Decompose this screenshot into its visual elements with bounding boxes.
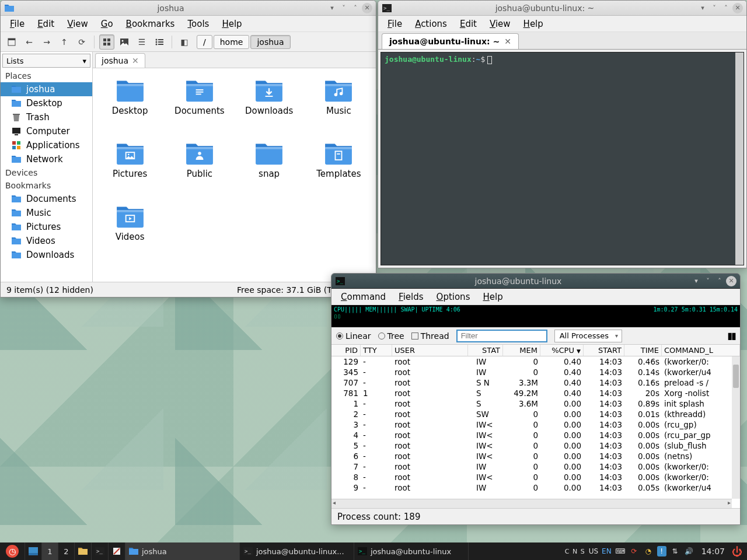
folder-downloads[interactable]: Downloads — [237, 75, 302, 134]
table-row[interactable]: 7811rootS49.2M0.4014:0320sXorg -nolist — [331, 388, 740, 398]
folder-documents[interactable]: Documents — [167, 75, 232, 134]
process-table[interactable]: PID TTY USER STAT MEM %CPU ▼ START TIME … — [331, 345, 740, 508]
menu-actions[interactable]: Actions — [409, 17, 453, 31]
menu-options[interactable]: Options — [431, 290, 476, 304]
compact-view-button[interactable]: ☰ — [134, 34, 149, 50]
menu-edit[interactable]: Edit — [454, 17, 483, 31]
language-indicator[interactable]: EN — [602, 546, 612, 556]
forward-button[interactable]: → — [39, 34, 54, 50]
filter-input[interactable] — [456, 330, 547, 342]
proc-hscrollbar[interactable] — [331, 499, 732, 508]
minimize-button[interactable]: ▾ — [691, 276, 701, 286]
power-icon[interactable]: ⏻ — [732, 546, 742, 556]
table-row[interactable]: 5-rootIW<00.0014:030.00s(slub_flush — [331, 440, 740, 451]
keyboard-layout[interactable]: US — [589, 546, 598, 556]
col-tty[interactable]: TTY — [361, 345, 392, 356]
table-row[interactable]: 4-rootIW<00.0014:030.00s(rcu_par_gp — [331, 430, 740, 440]
folder-pictures[interactable]: Pictures — [97, 138, 162, 197]
show-desktop-button[interactable] — [25, 542, 42, 560]
new-tab-button[interactable] — [4, 34, 19, 50]
clock[interactable]: 14:07 — [698, 547, 728, 556]
close-button[interactable]: ✕ — [362, 3, 372, 13]
lock-indicators[interactable]: C N S — [565, 546, 585, 556]
sidebar-item-desktop[interactable]: Desktop — [1, 96, 92, 110]
tab-close-icon[interactable]: ✕ — [504, 37, 511, 46]
fm-titlebar[interactable]: joshua ▾ ˅ ˄ ✕ — [1, 1, 376, 16]
scope-combo[interactable]: All Processes — [554, 330, 622, 342]
keyboard-icon[interactable]: ⌨ — [615, 546, 626, 556]
terminal-body[interactable]: joshua@ubuntu-linux:~$ — [381, 52, 744, 265]
proc-titlebar[interactable]: >_ joshua@ubuntu-linux ▾ ˅ ˄ ✕ — [331, 274, 740, 289]
col-user[interactable]: USER — [392, 345, 468, 356]
tab-close-icon[interactable]: ✕ — [132, 56, 139, 65]
terminal-scrollbar[interactable] — [735, 52, 743, 265]
up-button[interactable]: ↑ — [57, 34, 72, 50]
col-start[interactable]: START — [584, 345, 624, 356]
table-row[interactable]: 129-rootIW00.4014:030.46s(kworker/0: — [331, 356, 740, 367]
sidebar-item-trash[interactable]: Trash — [1, 110, 92, 124]
path-edit-button[interactable]: ◧ — [177, 34, 192, 50]
folder-snap[interactable]: snap — [237, 138, 302, 197]
thumbnail-view-button[interactable] — [117, 34, 132, 50]
table-row[interactable]: 7-rootIW00.0014:030.00s(kworker/0: — [331, 461, 740, 472]
table-header[interactable]: PID TTY USER STAT MEM %CPU ▼ START TIME … — [331, 345, 740, 356]
table-row[interactable]: 345-rootIW00.4014:030.14s(kworker/u4 — [331, 367, 740, 377]
workspace-2[interactable]: 2 — [58, 542, 75, 560]
list-view-button[interactable] — [152, 34, 167, 50]
sidebar-bookmark-downloads[interactable]: Downloads — [1, 248, 92, 262]
menu-help[interactable]: Help — [518, 17, 549, 31]
sidebar-bookmark-music[interactable]: Music — [1, 206, 92, 220]
start-button[interactable]: ◷ — [0, 542, 25, 560]
sidebar-item-applications[interactable]: Applications — [1, 138, 92, 152]
col-stat[interactable]: STAT — [468, 345, 503, 356]
task-file-manager[interactable]: joshua — [125, 542, 240, 560]
sidebar-bookmark-videos[interactable]: Videos — [1, 234, 92, 248]
path-segment[interactable]: joshua — [250, 35, 290, 49]
fm-icon-view[interactable]: DesktopDocumentsDownloadsMusicPicturesPu… — [93, 68, 376, 282]
sidebar-bookmark-pictures[interactable]: Pictures — [1, 220, 92, 234]
folder-videos[interactable]: Videos — [97, 201, 162, 260]
network-icon[interactable]: ⇅ — [670, 546, 680, 556]
table-row[interactable]: 1-rootS3.6M0.0014:030.89sinit splash — [331, 398, 740, 409]
table-row[interactable]: 707-rootS N3.3M0.4014:030.16spreload -s … — [331, 377, 740, 388]
view-linear-radio[interactable]: Linear — [336, 331, 371, 341]
rollup-button[interactable]: ˅ — [709, 3, 720, 13]
menu-help[interactable]: Help — [216, 17, 247, 31]
back-button[interactable]: ← — [22, 34, 37, 50]
view-tree-radio[interactable]: Tree — [378, 331, 404, 341]
maximize-button[interactable]: ˄ — [350, 3, 361, 13]
close-button[interactable]: ✕ — [726, 276, 736, 286]
task-terminal[interactable]: >_joshua@ubuntu-linux... — [240, 542, 354, 560]
task-process-viewer[interactable]: >_joshua@ubuntu-linux — [354, 542, 469, 560]
menu-edit[interactable]: Edit — [32, 17, 60, 31]
menu-help[interactable]: Help — [477, 290, 508, 304]
table-row[interactable]: 8-rootIW<00.0014:030.00s(kworker/0: — [331, 472, 740, 482]
col-time[interactable]: TIME — [624, 345, 662, 356]
menu-bookmarks[interactable]: Bookmarks — [120, 17, 181, 31]
minimize-button[interactable]: ▾ — [697, 3, 708, 13]
menu-file[interactable]: File — [382, 17, 408, 31]
col-pid[interactable]: PID — [331, 345, 361, 356]
updates-icon[interactable]: ⟳ — [629, 546, 640, 556]
launcher-files[interactable] — [75, 542, 92, 560]
menu-fields[interactable]: Fields — [393, 290, 429, 304]
menu-file[interactable]: File — [4, 17, 30, 31]
minimize-button[interactable]: ▾ — [327, 3, 337, 13]
folder-public[interactable]: Public — [167, 138, 232, 197]
path-segment[interactable]: / — [197, 35, 212, 49]
pause-button[interactable]: ▮▮ — [727, 330, 735, 341]
view-thread-check[interactable]: Thread — [411, 331, 449, 341]
term-titlebar[interactable]: >_ joshua@ubuntu-linux: ~ ▾ ˅ ˄ ✕ — [378, 1, 746, 16]
menu-command[interactable]: Command — [335, 290, 392, 304]
col-cpu[interactable]: %CPU ▼ — [540, 345, 584, 356]
rollup-button[interactable]: ˅ — [338, 3, 349, 13]
sidebar-item-computer[interactable]: Computer — [1, 124, 92, 138]
fm-tab[interactable]: joshua✕ — [95, 53, 145, 68]
rollup-button[interactable]: ˅ — [703, 276, 713, 286]
menu-tools[interactable]: Tools — [181, 17, 215, 31]
sidebar-mode-combo[interactable]: Lists▾ — [2, 54, 90, 68]
term-tab[interactable]: joshua@ubuntu-linux: ~✕ — [382, 33, 519, 49]
path-segment[interactable]: home — [214, 35, 250, 49]
table-row[interactable]: 2-rootSW00.0014:030.01s(kthreadd) — [331, 409, 740, 419]
table-row[interactable]: 3-rootIW<00.0014:030.00s(rcu_gp) — [331, 419, 740, 430]
